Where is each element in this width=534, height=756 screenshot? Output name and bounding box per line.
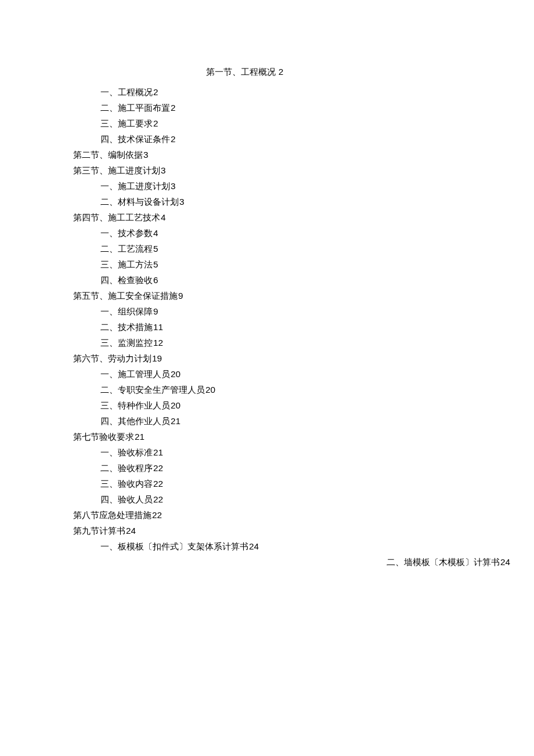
toc-entry-page: 4 xyxy=(153,228,158,238)
toc-entry-text: 第四节、施工工艺技术 xyxy=(73,212,160,222)
toc-title-page: 2 xyxy=(279,67,283,77)
toc-entry-page: 22 xyxy=(153,494,163,504)
toc-entry-text: 第五节、施工安全保证措施 xyxy=(73,291,178,301)
toc-entry: 三、特种作业人员20 xyxy=(100,397,511,413)
toc-entry-text: 三、施工要求 xyxy=(100,118,153,128)
toc-entry-text: 第八节应急处理措施 xyxy=(73,510,151,520)
toc-entry: 一、板模板〔扣件式〕支架体系计算书24 xyxy=(100,538,511,554)
toc-entry-page: 5 xyxy=(153,259,158,269)
toc-entry: 三、施工要求2 xyxy=(100,115,511,131)
toc-entry-text: 第六节、劳动力计划 xyxy=(73,353,151,363)
toc-entry: 二、技术措施11 xyxy=(100,319,511,335)
toc-entry-page: 9 xyxy=(178,291,183,301)
toc-entry: 二、施工平面布置2 xyxy=(100,100,511,115)
toc-entry-text: 一、组织保障 xyxy=(100,306,153,316)
toc-entry: 第六节、劳动力计划19 xyxy=(73,350,511,366)
toc-entry-page: 3 xyxy=(179,197,184,207)
toc-entry-text: 四、检查验收 xyxy=(100,275,153,285)
toc-entry-page: 4 xyxy=(161,212,165,222)
toc-entry-page: 24 xyxy=(126,526,136,536)
toc-entry-text: 二、技术措施 xyxy=(100,322,153,332)
toc-entry-text: 二、墙模板〔木模板〕计算书 xyxy=(387,557,500,567)
toc-entry-text: 二、验收程序 xyxy=(100,463,153,473)
toc-entry-text: 第九节计算书 xyxy=(73,526,125,536)
toc-entry: 二、专职安全生产管理人员20 xyxy=(100,382,511,397)
toc-entry: 第八节应急处理措施22 xyxy=(73,507,511,523)
toc-entry-page: 3 xyxy=(161,165,165,175)
toc-entry-text: 二、工艺流程 xyxy=(100,244,153,254)
toc-entry: 三、监测监控12 xyxy=(100,335,511,350)
toc-entry-text: 第三节、施工进度计划 xyxy=(73,165,160,175)
toc-entry-page: 21 xyxy=(171,416,181,426)
toc-entry: 一、技术参数4 xyxy=(100,225,511,241)
toc-entry-text: 四、其他作业人员 xyxy=(100,416,170,426)
toc-entry-text: 第七节验收要求 xyxy=(73,432,134,442)
toc-entry-text: 二、施工平面布置 xyxy=(100,103,170,113)
toc-entry-text: 四、验收人员 xyxy=(100,494,153,504)
toc-entry-text: 一、工程概况 xyxy=(100,87,153,97)
toc-entry-text: 三、施工方法 xyxy=(100,259,153,269)
toc-entry: 二、工艺流程5 xyxy=(100,241,511,256)
toc-entry: 四、其他作业人员21 xyxy=(100,413,511,429)
toc-entry: 第二节、编制依据3 xyxy=(73,147,511,162)
toc-entry-page: 24 xyxy=(249,541,259,551)
toc-entry-text: 三、监测监控 xyxy=(100,338,153,348)
toc-entry: 第七节验收要求21 xyxy=(73,429,511,444)
toc-entry-page: 20 xyxy=(205,385,215,395)
toc-entry-page: 2 xyxy=(171,134,175,144)
toc-entry: 四、验收人员22 xyxy=(100,491,511,507)
toc-entry-text: 三、特种作业人员 xyxy=(100,400,170,410)
toc-entry: 二、验收程序22 xyxy=(100,460,511,476)
toc-entry: 一、施工进度计划3 xyxy=(100,178,511,194)
toc-entry: 一、施工管理人员20 xyxy=(100,366,511,382)
toc-entry-page: 11 xyxy=(153,322,163,332)
toc-entry-text: 一、施工进度计划 xyxy=(100,181,170,191)
toc-entry-text: 二、专职安全生产管理人员 xyxy=(100,385,205,395)
toc-entry-page: 2 xyxy=(171,103,175,113)
toc-entry-page: 22 xyxy=(153,479,163,489)
toc-entry-page: 9 xyxy=(153,306,158,316)
toc-entry: 第五节、施工安全保证措施9 xyxy=(73,288,511,303)
toc-entry-text: 三、验收内容 xyxy=(100,479,153,489)
toc-entry-text: 四、技术保证条件 xyxy=(100,134,170,144)
toc-entry-text: 第二节、编制依据 xyxy=(73,150,143,160)
toc-entry-page: 24 xyxy=(500,557,510,567)
toc-entry: 一、组织保障9 xyxy=(100,303,511,319)
toc-entry-page: 3 xyxy=(171,181,175,191)
toc-entry-text: 一、板模板〔扣件式〕支架体系计算书 xyxy=(100,541,248,551)
toc-entry-page: 6 xyxy=(153,275,158,285)
toc-entry: 二、墙模板〔木模板〕计算书24 xyxy=(387,554,511,570)
toc-entry: 二、材料与设备计划3 xyxy=(100,194,511,209)
toc-entry-text: 一、技术参数 xyxy=(100,228,153,238)
toc-entry-page: 19 xyxy=(152,353,162,363)
toc-entry-page: 5 xyxy=(153,244,158,254)
toc-entry-text: 一、验收标准 xyxy=(100,447,153,457)
toc-entry-page: 22 xyxy=(152,510,162,520)
toc-entry: 一、工程概况2 xyxy=(100,84,511,100)
toc-entry-page: 21 xyxy=(153,447,163,457)
toc-entry: 第九节计算书24 xyxy=(73,523,511,538)
toc-title-text: 第一节、工程概况 xyxy=(206,67,276,77)
toc-entry-page: 20 xyxy=(171,400,181,410)
document-page: 第一节、工程概况 2 一、工程概况2二、施工平面布置2三、施工要求2四、技术保证… xyxy=(0,0,534,570)
toc-body: 一、工程概况2二、施工平面布置2三、施工要求2四、技术保证条件2第二节、编制依据… xyxy=(73,84,511,570)
toc-entry: 四、检查验收6 xyxy=(100,272,511,288)
toc-entry: 三、验收内容22 xyxy=(100,476,511,491)
toc-entry-text: 二、材料与设备计划 xyxy=(100,197,179,207)
toc-entry-page: 3 xyxy=(143,150,148,160)
toc-entry-page: 2 xyxy=(153,118,158,128)
toc-entry: 第四节、施工工艺技术4 xyxy=(73,209,511,225)
toc-entry-page: 21 xyxy=(135,432,145,442)
toc-entry-page: 22 xyxy=(153,463,163,473)
toc-entry-page: 2 xyxy=(153,87,158,97)
toc-entry: 第三节、施工进度计划3 xyxy=(73,162,511,178)
toc-entry: 一、验收标准21 xyxy=(100,444,511,460)
toc-entry-page: 12 xyxy=(153,338,163,348)
toc-entry: 三、施工方法5 xyxy=(100,256,511,272)
toc-entry: 四、技术保证条件2 xyxy=(100,131,511,147)
toc-entry-text: 一、施工管理人员 xyxy=(100,369,170,379)
toc-title-line: 第一节、工程概况 2 xyxy=(206,64,511,79)
toc-entry-page: 20 xyxy=(171,369,181,379)
